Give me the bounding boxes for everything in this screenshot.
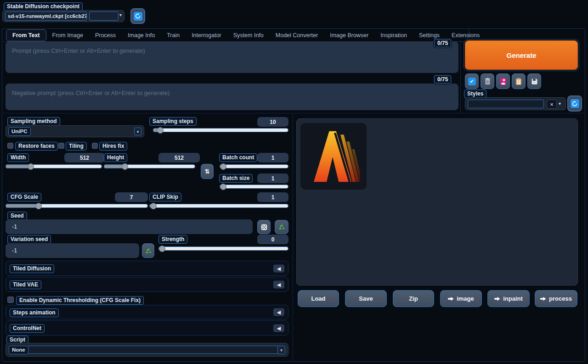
variation-seed-label: Variation seed xyxy=(7,235,51,244)
tiled-diffusion-accordion[interactable]: Tiled Diffusion ◀ xyxy=(6,261,288,276)
restore-faces-label[interactable]: Restore faces xyxy=(15,142,58,151)
load-button[interactable]: Load xyxy=(298,290,339,307)
slider-thumb[interactable] xyxy=(220,184,226,190)
restore-faces-checkbox[interactable] xyxy=(7,143,13,149)
refresh-checkpoints-button[interactable] xyxy=(131,9,145,23)
styles-select[interactable]: × ▾ xyxy=(465,97,566,110)
sampling-steps-value[interactable]: 10 xyxy=(257,117,288,127)
seed-input[interactable] xyxy=(6,219,253,234)
slider-thumb[interactable] xyxy=(159,246,165,252)
checkpoint-value[interactable]: sd-v15-runwayml.ckpt [cc6cb27103] xyxy=(5,11,87,21)
collapse-arrow-icon[interactable]: ◀ xyxy=(273,324,284,332)
tab-system-info[interactable]: System Info xyxy=(227,30,270,41)
cfg-scale-value[interactable]: 7 xyxy=(115,192,148,202)
params-output-divider xyxy=(293,113,293,361)
slider-thumb[interactable] xyxy=(150,203,157,209)
prompt-textarea[interactable] xyxy=(6,41,458,73)
paste-check-icon: ✔ xyxy=(468,78,476,85)
collapse-arrow-icon[interactable]: ◀ xyxy=(273,264,284,272)
slider-thumb[interactable] xyxy=(220,163,226,170)
slider-thumb[interactable] xyxy=(122,163,128,170)
tab-from-text[interactable]: From Text xyxy=(6,29,46,41)
slider-thumb[interactable] xyxy=(157,127,164,134)
checkpoint-secondary-select[interactable] xyxy=(89,11,119,21)
batch-size-slider[interactable] xyxy=(220,185,288,189)
sampling-steps-slider[interactable] xyxy=(153,128,288,132)
hires-fix-checkbox[interactable] xyxy=(92,143,98,149)
strength-label: Strength xyxy=(158,235,187,244)
top-bottom-divider xyxy=(2,113,585,113)
refresh-styles-button[interactable] xyxy=(568,96,582,111)
sampler-select[interactable]: UniPC ▾ xyxy=(6,125,144,137)
negative-prompt-textarea[interactable] xyxy=(6,84,458,110)
controlnet-accordion[interactable]: ControlNet ◀ xyxy=(6,320,288,336)
collapse-arrow-icon[interactable]: ◀ xyxy=(273,280,284,288)
random-seed-button[interactable] xyxy=(257,220,271,234)
dynamic-thresholding-label[interactable]: Enable Dynamic Thresholding (CFG Scale F… xyxy=(16,296,144,305)
tab-train[interactable]: Train xyxy=(161,30,186,41)
zip-button[interactable]: Zip xyxy=(393,290,434,307)
styles-clear-icon[interactable]: × xyxy=(547,100,557,109)
generate-button[interactable]: Generate xyxy=(465,40,578,70)
tab-image-info[interactable]: Image Info xyxy=(122,30,161,41)
hires-fix-label[interactable]: Hires fix xyxy=(99,142,127,151)
checkpoint-select[interactable]: sd-v15-runwayml.ckpt [cc6cb27103] ▾ xyxy=(2,10,124,22)
send-to-process-button[interactable]: process xyxy=(535,290,577,307)
styles-input[interactable] xyxy=(468,100,544,108)
script-select[interactable]: None ▾ xyxy=(6,343,288,357)
gallery-panel[interactable] xyxy=(296,118,578,286)
batch-count-value[interactable]: 1 xyxy=(257,153,288,162)
reuse-variation-seed-button[interactable] xyxy=(142,243,154,258)
script-caret-icon[interactable]: ▾ xyxy=(277,346,285,354)
sampler-caret-icon[interactable]: ▾ xyxy=(134,128,141,135)
tiled-vae-accordion[interactable]: Tiled VAE ◀ xyxy=(6,277,288,292)
width-value[interactable]: 512 xyxy=(64,153,105,162)
recycle-icon xyxy=(145,247,152,254)
strength-slider[interactable] xyxy=(158,246,288,251)
sampling-steps-label: Sampling steps xyxy=(149,117,197,126)
chevron-down-icon[interactable]: ▾ xyxy=(119,12,122,17)
send-to-image-button[interactable]: image xyxy=(440,290,482,307)
save-button[interactable]: Save xyxy=(345,290,387,307)
clear-prompt-button[interactable] xyxy=(481,73,494,89)
slider-thumb[interactable] xyxy=(28,163,34,170)
sampler-value[interactable]: UniPC xyxy=(8,127,31,136)
swap-dimensions-button[interactable]: ⇅ xyxy=(201,164,214,179)
app-logo xyxy=(307,129,360,185)
collapse-arrow-icon[interactable]: ◀ xyxy=(273,308,284,316)
tab-extensions[interactable]: Extensions xyxy=(446,30,486,41)
batch-count-slider[interactable] xyxy=(220,164,288,168)
reuse-seed-button[interactable] xyxy=(275,220,288,234)
save-style-button[interactable] xyxy=(527,73,541,89)
tab-from-image[interactable]: From Image xyxy=(46,30,89,41)
batch-size-value[interactable]: 1 xyxy=(257,174,288,183)
tab-model-converter[interactable]: Model Converter xyxy=(270,30,324,41)
height-value[interactable]: 512 xyxy=(158,153,200,162)
extra-networks-button[interactable] xyxy=(496,73,510,89)
height-slider[interactable] xyxy=(104,164,195,168)
clip-skip-slider[interactable] xyxy=(149,204,288,208)
script-value[interactable]: None xyxy=(9,346,28,354)
tab-interrogator[interactable]: Interrogator xyxy=(186,30,227,41)
styles-caret-icon[interactable]: ▾ xyxy=(559,101,561,106)
right-arrow-icon xyxy=(448,297,454,301)
paste-params-button[interactable]: ✔ xyxy=(465,73,479,89)
slider-thumb[interactable] xyxy=(35,203,42,209)
width-slider[interactable] xyxy=(6,164,102,168)
clip-skip-value[interactable]: 1 xyxy=(257,192,288,202)
steps-animation-label: Steps animation xyxy=(10,308,59,317)
gallery-thumbnail[interactable] xyxy=(300,123,367,190)
dynamic-thresholding-checkbox[interactable] xyxy=(7,297,14,303)
script-input[interactable] xyxy=(28,346,279,354)
tab-process[interactable]: Process xyxy=(89,30,122,41)
cfg-scale-slider[interactable] xyxy=(6,204,148,208)
send-to-inpaint-button[interactable]: inpaint xyxy=(487,290,530,307)
steps-animation-accordion[interactable]: Steps animation ◀ xyxy=(6,305,288,319)
strength-value[interactable]: 0 xyxy=(257,235,288,244)
tab-image-browser[interactable]: Image Browser xyxy=(324,30,374,41)
tiling-checkbox[interactable] xyxy=(58,143,64,149)
variation-seed-input[interactable] xyxy=(6,243,139,258)
tab-inspiration[interactable]: Inspiration xyxy=(374,30,413,41)
tiling-label[interactable]: Tiling xyxy=(66,142,87,151)
apply-styles-button[interactable] xyxy=(512,73,526,89)
